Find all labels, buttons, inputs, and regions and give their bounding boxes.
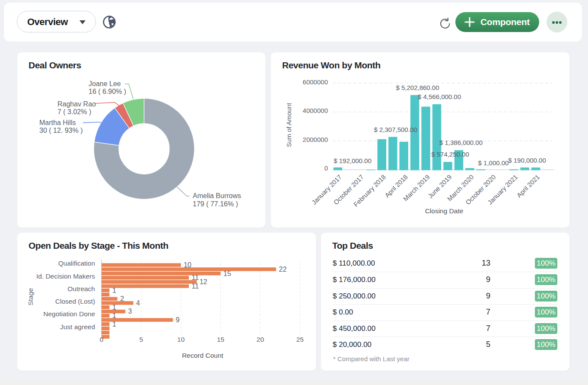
svg-text:7 ( 3.02% ): 7 ( 3.02% ) [57, 108, 91, 116]
svg-text:3: 3 [128, 308, 132, 315]
svg-text:10: 10 [177, 336, 185, 343]
svg-text:22: 22 [279, 266, 287, 273]
svg-text:179 ( 77.16% ): 179 ( 77.16% ) [193, 200, 238, 208]
svg-text:$ 2,307,500.00: $ 2,307,500.00 [374, 126, 417, 133]
svg-text:$ 1,386,000.00: $ 1,386,000.00 [439, 139, 483, 146]
svg-text:0: 0 [100, 336, 104, 343]
svg-text:4: 4 [136, 299, 140, 307]
svg-text:1: 1 [112, 287, 116, 294]
svg-text:Id. Decision Makers: Id. Decision Makers [36, 273, 95, 280]
svg-text:$ 192,000.00: $ 192,000.00 [334, 157, 372, 164]
svg-text:12: 12 [200, 278, 207, 286]
svg-text:Closed (Lost): Closed (Lost) [55, 298, 95, 305]
svg-text:9: 9 [176, 316, 180, 324]
svg-text:Just agreed: Just agreed [60, 323, 95, 330]
svg-text:0: 0 [324, 164, 328, 172]
svg-text:10: 10 [184, 261, 191, 269]
svg-text:Amelia Burrows: Amelia Burrows [193, 192, 241, 199]
svg-text:1: 1 [112, 304, 116, 311]
svg-text:April 2021: April 2021 [515, 173, 541, 199]
svg-text:30 ( 12. 93% ): 30 ( 12. 93% ) [39, 127, 83, 134]
svg-text:Closing Date: Closing Date [425, 207, 464, 215]
svg-text:20: 20 [257, 336, 264, 343]
svg-text:11: 11 [192, 282, 199, 290]
svg-text:16 ( 6.90% ): 16 ( 6.90% ) [89, 88, 126, 95]
svg-text:Stage: Stage [27, 288, 34, 306]
svg-text:1: 1 [112, 321, 116, 328]
svg-text:15: 15 [223, 270, 231, 277]
svg-text:Raghav Rao: Raghav Rao [57, 100, 96, 108]
svg-text:1: 1 [112, 312, 116, 319]
svg-text:25: 25 [296, 336, 304, 343]
svg-text:Negotiation Done: Negotiation Done [43, 310, 95, 318]
svg-text:$ 574,250.00: $ 574,250.00 [431, 151, 469, 158]
svg-text:2000000: 2000000 [303, 136, 328, 143]
svg-text:2: 2 [120, 295, 124, 302]
svg-text:$ 4,566,000.00: $ 4,566,000.00 [418, 93, 461, 100]
svg-text:Martha Hills: Martha Hills [39, 119, 76, 126]
svg-text:15: 15 [217, 336, 224, 343]
svg-text:Outreach: Outreach [67, 285, 95, 292]
svg-text:$ 1,000.00: $ 1,000.00 [478, 159, 509, 167]
svg-text:6000000: 6000000 [303, 78, 328, 86]
svg-text:5: 5 [140, 336, 143, 343]
svg-text:Qualification: Qualification [58, 260, 95, 267]
svg-text:Joane Lee: Joane Lee [89, 80, 121, 87]
svg-text:Sum of Amount: Sum of Amount [285, 103, 292, 147]
svg-text:$ 5,202,860.00: $ 5,202,860.00 [396, 84, 439, 91]
svg-text:11: 11 [192, 274, 199, 281]
svg-text:$ 190,000.00: $ 190,000.00 [508, 157, 546, 164]
svg-text:Record Count: Record Count [182, 352, 223, 359]
svg-text:4000000: 4000000 [303, 107, 328, 114]
